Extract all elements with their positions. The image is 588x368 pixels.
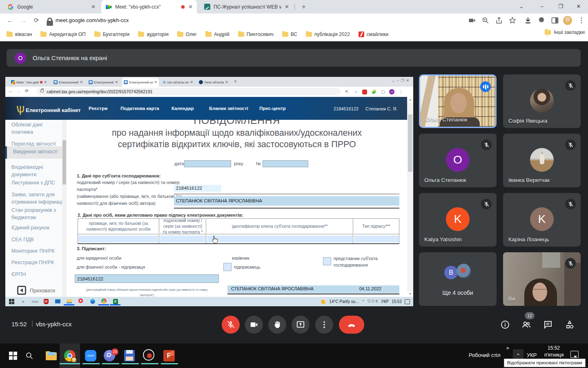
- sidebar-item-oblikovi-dani[interactable]: Облікові даніплатника: [11, 121, 42, 136]
- shared-tab-6[interactable]: Типи об'єктів опода✕: [197, 78, 230, 87]
- shared-window-controls[interactable]: ⌄ – ❐ ✕: [392, 79, 409, 83]
- tax-account-name[interactable]: Степанюк С. Я.: [365, 106, 397, 111]
- tax-account-id[interactable]: 2184516122: [334, 106, 359, 111]
- tax-brand[interactable]: Електронний кабінет: [26, 107, 81, 113]
- reload-icon[interactable]: ⟳: [32, 16, 41, 25]
- mcafee-icon[interactable]: M: [43, 298, 49, 305]
- shared-clock[interactable]: 15:52: [392, 299, 402, 304]
- shared-tab-5[interactable]: Gтип об'єкта оподатку✕: [161, 78, 195, 87]
- extensions-icon[interactable]: [537, 16, 546, 25]
- mail-icon[interactable]: [55, 298, 61, 305]
- shared-panel-icon[interactable]: ▢: [380, 89, 386, 95]
- bookmark-8[interactable]: ВС: [280, 31, 300, 37]
- taskbar-floppy-icon[interactable]: [124, 350, 135, 361]
- participant-tile-8[interactable]: Ви: [503, 252, 581, 306]
- taskbar-day[interactable]: п'ятниця: [544, 352, 563, 358]
- sidebar-hide-icon[interactable]: [17, 286, 26, 295]
- number-input[interactable]: [263, 160, 308, 167]
- window-chevron-icon[interactable]: ⌄: [515, 1, 528, 12]
- menu-dots-icon[interactable]: [577, 16, 586, 25]
- browser-tab-1[interactable]: Google✕: [3, 0, 100, 13]
- bookmark-10[interactable]: смайлики: [356, 31, 391, 37]
- page-scroll-thumb[interactable]: [408, 114, 412, 172]
- tax-nav-blanky[interactable]: Бланки звітності: [209, 106, 248, 111]
- participant-tile-1[interactable]: Ольга Степанюк: [419, 74, 497, 128]
- edge-icon[interactable]: [89, 298, 96, 305]
- sidebar-item-sea-pdv[interactable]: СЕА ПДВ: [11, 236, 34, 243]
- window-close-icon[interactable]: ✕: [572, 1, 585, 12]
- shared-reload-icon[interactable]: ⟳: [25, 88, 29, 94]
- sidebar-item-monitorynh-pn-rk[interactable]: Моніторинг ПН/РК: [11, 247, 55, 255]
- start-button[interactable]: [9, 352, 17, 360]
- present-button[interactable]: [292, 316, 310, 334]
- tray-chevron-icon[interactable]: ⌃: [362, 300, 365, 304]
- participant-tile-7[interactable]: BЩе 4 особи: [419, 252, 497, 306]
- sidebar-hide-label[interactable]: Приховати: [30, 288, 55, 294]
- shared-start-icon[interactable]: [9, 298, 15, 305]
- more-options-button[interactable]: [315, 316, 333, 334]
- sidebar-item-iedynyi-rakhunok[interactable]: Єдиний рахунок: [11, 224, 49, 231]
- participant-tile-5[interactable]: KKatya Yatsishin: [419, 193, 497, 247]
- bookmark-2[interactable]: Акредитація ОП: [38, 31, 88, 37]
- bookmark-5[interactable]: Олег: [175, 31, 199, 37]
- shared-share-icon[interactable]: ⇱: [344, 89, 350, 95]
- other-bookmarks[interactable]: Інші закладки: [545, 29, 585, 35]
- table-cell[interactable]: [78, 234, 159, 243]
- shared-taskview-icon[interactable]: ▭▭: [31, 298, 38, 305]
- tax-nav-reestry[interactable]: Реєстри: [89, 106, 107, 111]
- shared-notification-icon[interactable]: [405, 299, 410, 304]
- sidebar-item-stan-rozrakhunkiv[interactable]: Стан розрахунків збюджетом: [11, 206, 56, 221]
- scroll-up-arrow[interactable]: ▲: [407, 97, 413, 103]
- table-cell[interactable]: [207, 234, 353, 243]
- taskbar-viber-icon[interactable]: 23: [104, 350, 115, 361]
- profile-avatar[interactable]: [563, 16, 572, 25]
- url-text[interactable]: meet.google.com/vbs-ypkh-ccx: [56, 17, 129, 23]
- taskbar-clock[interactable]: 15:52: [544, 345, 563, 351]
- window-restore-icon[interactable]: ❐: [555, 1, 567, 12]
- sidebar-item-reiestratsiia-pn-rk[interactable]: Реєстрація ПН/РК: [11, 259, 54, 266]
- shared-menu-icon[interactable]: ⋮: [398, 89, 404, 95]
- weather-icon[interactable]: [321, 299, 326, 304]
- shared-lang[interactable]: УКР: [381, 299, 389, 304]
- forward-icon[interactable]: →: [19, 16, 28, 25]
- notification-icon[interactable]: [570, 351, 579, 358]
- taskbar-record-icon[interactable]: [143, 349, 154, 361]
- side-panel-icon[interactable]: [551, 16, 559, 25]
- tax-nav-kalendar[interactable]: Календар: [172, 106, 194, 111]
- browser-tab-3[interactable]: ПС-Журнал успішності WEB v.3.✕: [200, 0, 293, 13]
- back-icon[interactable]: ←: [6, 16, 15, 25]
- bookmark-9[interactable]: публікація 2022: [303, 31, 352, 37]
- shared-star-icon[interactable]: ☆: [353, 89, 359, 95]
- browser-tab-2[interactable]: Meet: "vbs-ypkh-ccx"✕: [101, 0, 197, 13]
- table-cell[interactable]: [354, 234, 399, 243]
- taskbar-zoom-icon[interactable]: zoom: [85, 350, 96, 361]
- share-icon[interactable]: [495, 16, 503, 25]
- tax-nav-kartka[interactable]: Податкова карта: [120, 106, 159, 111]
- bookmark-6[interactable]: Андрій: [203, 31, 232, 37]
- window-minimize-icon[interactable]: –: [536, 1, 548, 12]
- shared-adblock-icon[interactable]: [362, 90, 367, 94]
- shared-tab-1[interactable]: Meet: "vbs-ypkh-✕: [9, 78, 49, 87]
- shared-excel-icon[interactable]: X: [112, 298, 118, 305]
- tax-number-input[interactable]: 2184516122: [174, 185, 221, 192]
- tax-nav-press[interactable]: Прес-центр: [259, 106, 286, 111]
- tab-close-icon[interactable]: ✕: [188, 4, 193, 10]
- sidebar-item-active[interactable]: Введення звітності: [5, 146, 62, 159]
- bookmark-3[interactable]: Бухгалтерія: [92, 31, 132, 37]
- participant-tile-3[interactable]: OОльга Степанюк: [419, 134, 497, 187]
- taskbar-powerpoint-icon[interactable]: P: [163, 350, 175, 361]
- tab-close-icon[interactable]: ✕: [91, 4, 96, 10]
- people-icon[interactable]: [521, 320, 531, 330]
- shared-back-icon[interactable]: ←: [9, 88, 13, 93]
- participant-tile-4[interactable]: Іванка Веретчак: [503, 134, 581, 187]
- participant-tile-2[interactable]: Софія Явецька: [503, 74, 581, 128]
- table-cell[interactable]: [160, 234, 206, 243]
- new-tab-button[interactable]: +: [299, 2, 309, 12]
- taskbar-chrome-icon[interactable]: [64, 350, 76, 361]
- raise-hand-button[interactable]: [268, 316, 286, 334]
- explorer-icon[interactable]: [66, 298, 72, 305]
- sidebar-item-lystuvannia-dps[interactable]: Листування з ДПС: [11, 179, 55, 186]
- download-icon[interactable]: [524, 16, 532, 25]
- shared-tab-3[interactable]: Електронний кабінет✕: [87, 78, 120, 87]
- taskbar-search-icon[interactable]: [25, 352, 33, 360]
